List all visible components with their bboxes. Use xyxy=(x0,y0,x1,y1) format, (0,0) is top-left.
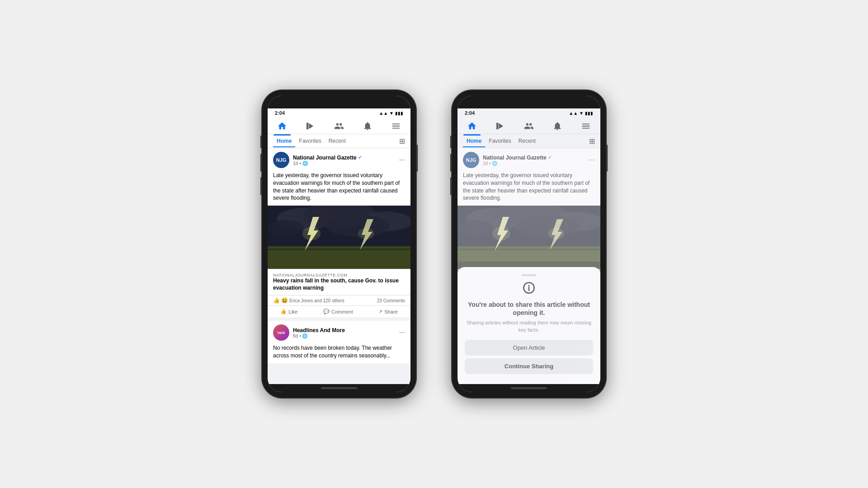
tab-home-right[interactable]: Home xyxy=(463,135,485,147)
svg-rect-13 xyxy=(496,123,499,130)
open-article-button[interactable]: Open Article xyxy=(465,340,593,356)
status-bar-left: 2:04 ▲▲ ▼ ▮▮▮ xyxy=(268,108,410,117)
home-indicator-left xyxy=(321,387,357,389)
post-header-2-left: H&M Headlines And More 6d • 🌐 ··· xyxy=(268,321,410,343)
post-avatar-1-left: NJG xyxy=(273,152,289,168)
share-icon-left: ↗ xyxy=(378,309,382,314)
modal-title: You're about to share this article witho… xyxy=(465,300,593,317)
status-bar-right: 2:04 ▲▲ ▼ ▮▮▮ xyxy=(458,108,600,117)
post-more-1-right[interactable]: ··· xyxy=(589,156,595,164)
tab-recent-right[interactable]: Recent xyxy=(515,135,539,147)
nav-notifications-right[interactable] xyxy=(549,119,566,133)
post-card-1-left: NJG National Journal Gazette ✓ 1d • 🌐 xyxy=(268,148,410,317)
post-author-1-right: National Journal Gazette ✓ xyxy=(483,155,589,161)
home-bar-left xyxy=(268,384,410,392)
left-phone: 2:04 ▲▲ ▼ ▮▮▮ xyxy=(262,90,416,398)
verified-badge-1-left: ✓ xyxy=(358,155,362,160)
post-reactions-left: 👍 😆 Erica Jones and 120 others 23 Commen… xyxy=(268,295,410,305)
home-indicator-right xyxy=(511,387,547,389)
nav-friends-right[interactable] xyxy=(520,119,538,133)
post-image-1-left xyxy=(268,206,410,269)
post-text-1-right: Late yesterday, the governor issued volu… xyxy=(458,170,600,206)
nav-video-left[interactable] xyxy=(302,119,319,133)
post-actions-left: 👍 Like 💬 Comment ↗ Share xyxy=(268,305,410,317)
post-image-1-right xyxy=(458,206,600,269)
post-text-2-left: No records have been broken today. The w… xyxy=(268,343,410,363)
post-link-preview-left: NATIONALJOURNALGAZETTE.COM Heavy rains f… xyxy=(268,269,410,295)
svg-rect-0 xyxy=(307,123,309,130)
tab-favorites-right[interactable]: Favorites xyxy=(485,135,514,147)
post-text-1-left: Late yesterday, the governor issued volu… xyxy=(268,170,410,206)
svg-point-6 xyxy=(326,215,390,237)
continue-sharing-button[interactable]: Continue Sharing xyxy=(465,358,593,374)
nav-notifications-left[interactable] xyxy=(359,119,376,133)
nav-home-right[interactable] xyxy=(463,119,481,133)
haha-emoji-left: 😆 xyxy=(281,297,288,304)
like-emoji-left: 👍 xyxy=(273,297,280,304)
filter-icon-left[interactable]: ⊞ xyxy=(399,137,405,145)
home-bar-right xyxy=(458,384,600,392)
right-phone-screen: 2:04 ▲▲ ▼ ▮▮▮ xyxy=(458,96,600,392)
nav-home-left[interactable] xyxy=(274,119,291,133)
post-meta-1-right: National Journal Gazette ✓ 1d • 🌐 xyxy=(483,155,589,166)
svg-point-19 xyxy=(516,215,580,237)
drag-handle xyxy=(522,274,536,276)
post-meta-1-left: National Journal Gazette ✓ 1d • 🌐 xyxy=(293,155,399,166)
post-header-1-right: NJG National Journal Gazette ✓ 1d • 🌐 ··… xyxy=(458,148,600,170)
info-icon xyxy=(465,282,593,297)
post-link-domain-left: NATIONALJOURNALGAZETTE.COM xyxy=(273,273,405,277)
fb-nav-left xyxy=(268,117,410,134)
globe-icon-1-left: • xyxy=(299,161,301,166)
post-more-2-left[interactable]: ··· xyxy=(399,328,405,337)
volume-up-left xyxy=(260,154,262,172)
nav-menu-right[interactable] xyxy=(577,119,594,133)
like-icon-left: 👍 xyxy=(280,309,287,314)
post-link-title-left: Heavy rains fall in the south, cause Gov… xyxy=(273,277,405,291)
tab-bar-right: Home Favorites Recent ⊞ xyxy=(458,134,600,148)
modal-overlay-right: You're about to share this article witho… xyxy=(458,262,600,384)
left-phone-screen: 2:04 ▲▲ ▼ ▮▮▮ xyxy=(268,96,410,392)
like-button-left[interactable]: 👍 Like xyxy=(277,307,301,316)
svg-point-24 xyxy=(492,227,510,240)
post-card-2-left: H&M Headlines And More 6d • 🌐 ··· No rec… xyxy=(268,321,410,363)
status-time-right: 2:04 xyxy=(465,110,475,116)
volume-silent-right xyxy=(450,136,452,148)
nav-menu-left[interactable] xyxy=(387,119,405,133)
share-button-left[interactable]: ↗ Share xyxy=(375,307,401,316)
share-warning-modal: You're about to share this article witho… xyxy=(458,267,600,384)
feed-left: NJG National Journal Gazette ✓ 1d • 🌐 xyxy=(268,148,410,384)
notch-right xyxy=(458,96,600,108)
volume-down-right xyxy=(450,177,452,195)
battery-icon-right: ▮▮▮ xyxy=(585,111,593,116)
volume-up-right xyxy=(450,154,452,172)
post-avatar-2-left: H&M xyxy=(273,324,289,341)
status-time-left: 2:04 xyxy=(275,110,285,116)
post-time-1-left: 1d • 🌐 xyxy=(293,161,399,166)
nav-video-right[interactable] xyxy=(492,119,509,133)
status-icons-left: ▲▲ ▼ ▮▮▮ xyxy=(379,111,403,116)
filter-icon-right[interactable]: ⊞ xyxy=(589,137,595,145)
comments-count-left: 23 Comments xyxy=(377,298,405,303)
volume-down-left xyxy=(260,177,262,195)
tab-home-left[interactable]: Home xyxy=(273,135,295,147)
feed-right: NJG National Journal Gazette ✓ 1d • 🌐 ··… xyxy=(458,148,600,384)
svg-point-5 xyxy=(268,220,304,236)
svg-rect-8 xyxy=(268,249,410,250)
svg-point-11 xyxy=(302,227,321,240)
reactions-count-left: 👍 😆 Erica Jones and 120 others xyxy=(273,297,344,304)
comment-button-left[interactable]: 💬 Comment xyxy=(320,307,357,316)
verified-badge-1-right: ✓ xyxy=(548,155,552,160)
nav-friends-left[interactable] xyxy=(330,119,348,133)
post-meta-2-left: Headlines And More 6d • 🌐 xyxy=(293,327,399,338)
tab-favorites-left[interactable]: Favorites xyxy=(295,135,325,147)
right-phone: 2:04 ▲▲ ▼ ▮▮▮ xyxy=(452,90,606,398)
globe-icon-2-left: 🌐 xyxy=(302,161,308,166)
battery-icon-left: ▮▮▮ xyxy=(395,111,403,116)
post-more-1-left[interactable]: ··· xyxy=(399,156,405,164)
svg-rect-21 xyxy=(458,249,600,250)
svg-point-12 xyxy=(358,228,374,239)
notch-left xyxy=(268,96,410,108)
svg-point-18 xyxy=(458,220,494,236)
tab-recent-left[interactable]: Recent xyxy=(325,135,349,147)
post-time-1-right: 1d • 🌐 xyxy=(483,161,589,166)
